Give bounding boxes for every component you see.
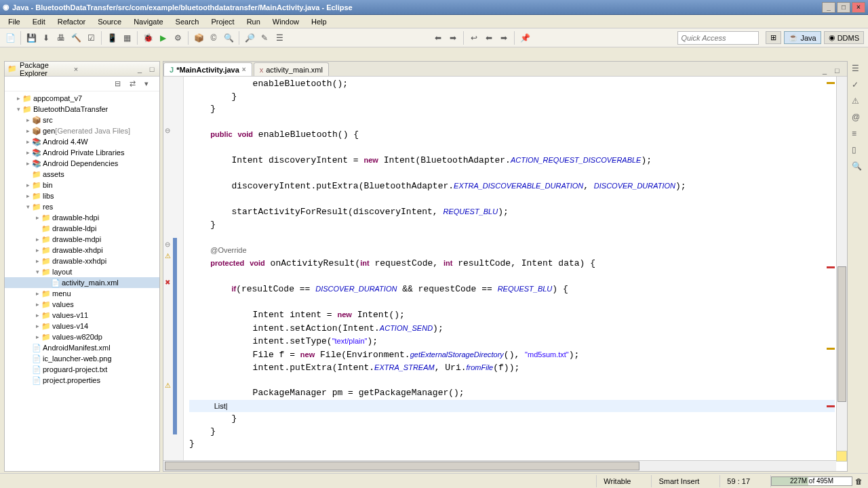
- android-sdk-icon[interactable]: 📱: [106, 32, 118, 44]
- toggle-icon[interactable]: ☑: [85, 32, 97, 44]
- run-icon[interactable]: ▶: [157, 32, 169, 44]
- menu-search[interactable]: Search: [170, 16, 205, 27]
- tree-item[interactable]: 📄proguard-project.txt: [5, 364, 159, 375]
- avd-icon[interactable]: ▦: [121, 32, 133, 44]
- view-close-icon[interactable]: ×: [71, 64, 81, 74]
- menu-file[interactable]: File: [3, 16, 26, 27]
- external-tools-icon[interactable]: ⚙: [172, 32, 184, 44]
- close-button[interactable]: ×: [852, 2, 865, 13]
- tree-item[interactable]: ▾📁res: [5, 201, 159, 212]
- tree-item[interactable]: 📄ic_launcher-web.png: [5, 353, 159, 364]
- java-perspective-button[interactable]: ☕Java: [784, 31, 821, 44]
- expand-icon[interactable]: ▸: [24, 182, 32, 188]
- view-menu-icon[interactable]: ▾: [144, 79, 154, 89]
- new-class-icon[interactable]: ©: [208, 32, 220, 44]
- expand-icon[interactable]: ▸: [24, 160, 32, 167]
- ddms-perspective-button[interactable]: ◉DDMS: [824, 31, 864, 44]
- tree-item[interactable]: ▸📚Android 4.4W: [5, 136, 159, 147]
- tree-item[interactable]: ▸📁values: [5, 299, 159, 310]
- tree-item[interactable]: ▸📦gen [Generated Java Files]: [5, 125, 159, 136]
- forward-icon[interactable]: ➡: [447, 32, 459, 44]
- expand-icon[interactable]: ▸: [33, 290, 41, 297]
- project-tree[interactable]: ▸📁appcompat_v7▾📁BluetoothDataTransfer▸📦s…: [5, 92, 159, 471]
- tree-item[interactable]: ▸📁appcompat_v7: [5, 93, 159, 104]
- expand-icon[interactable]: ▸: [24, 192, 32, 199]
- back-icon[interactable]: ⬅: [432, 32, 444, 44]
- expand-icon[interactable]: ▾: [33, 268, 41, 275]
- gc-icon[interactable]: 🗑: [855, 477, 863, 485]
- declaration-icon[interactable]: ≡: [852, 129, 863, 140]
- link-editor-icon[interactable]: ⇄: [130, 79, 139, 89]
- tree-item[interactable]: ▸📁drawable-xxhdpi: [5, 256, 159, 266]
- expand-icon[interactable]: ▸: [33, 247, 41, 253]
- tree-item[interactable]: ▸📁libs: [5, 190, 159, 201]
- build-icon[interactable]: 🔨: [70, 32, 82, 44]
- last-edit-icon[interactable]: ↩: [468, 32, 480, 44]
- annotation-icon[interactable]: ✎: [258, 32, 271, 44]
- expand-icon[interactable]: ▸: [33, 236, 41, 243]
- outline-icon[interactable]: ☰: [852, 64, 863, 75]
- expand-icon[interactable]: ▸: [24, 127, 32, 134]
- tree-item[interactable]: 📁drawable-ldpi: [5, 223, 159, 234]
- problems-icon[interactable]: ⚠: [852, 96, 863, 107]
- view-minimize-icon[interactable]: _: [135, 64, 144, 74]
- tab-mainactivity[interactable]: J *MainActivity.java ×: [163, 62, 252, 76]
- overview-ruler[interactable]: [827, 77, 835, 460]
- tree-item[interactable]: ▸📁bin: [5, 180, 159, 190]
- expand-icon[interactable]: ▸: [33, 258, 41, 264]
- minimize-button[interactable]: _: [822, 2, 835, 13]
- tree-item[interactable]: ▸📚Android Dependencies: [5, 158, 159, 169]
- menu-run[interactable]: Run: [241, 16, 266, 27]
- fold-icon[interactable]: ⊖: [165, 127, 173, 135]
- nav-back-icon[interactable]: ⬅: [483, 32, 495, 44]
- collapse-all-icon[interactable]: ⊟: [115, 79, 124, 89]
- tree-item[interactable]: 📁assets: [5, 169, 159, 180]
- expand-icon[interactable]: ▸: [14, 95, 22, 102]
- view-maximize-icon[interactable]: □: [147, 64, 157, 74]
- vertical-scroll-thumb[interactable]: [837, 266, 846, 402]
- expand-icon[interactable]: ▸: [33, 301, 41, 308]
- open-perspective-button[interactable]: ⊞: [766, 31, 781, 44]
- code-editor[interactable]: ⊖ ⊖ ⚠ ✖ ⚠ enableBluetooth(); } } public …: [163, 77, 847, 471]
- tree-item[interactable]: ▸📁drawable-hdpi: [5, 212, 159, 223]
- menu-project[interactable]: Project: [205, 16, 239, 27]
- fold-icon[interactable]: ⊖: [165, 241, 173, 249]
- heap-status[interactable]: 227M of 495M: [771, 476, 852, 486]
- editor-maximize-icon[interactable]: □: [835, 66, 844, 76]
- expand-icon[interactable]: ▾: [14, 106, 22, 113]
- save-all-icon[interactable]: ⬇: [40, 32, 52, 44]
- tree-item[interactable]: ▸📁drawable-xhdpi: [5, 245, 159, 256]
- menu-edit[interactable]: Edit: [27, 16, 51, 27]
- tree-item[interactable]: 📄AndroidManifest.xml: [5, 342, 159, 353]
- tree-item[interactable]: ▸📁values-v11: [5, 310, 159, 321]
- tree-item[interactable]: 📄project.properties: [5, 375, 159, 386]
- new-package-icon[interactable]: 📦: [193, 32, 205, 44]
- debug-icon[interactable]: 🐞: [142, 32, 154, 44]
- new-icon[interactable]: 📄: [4, 32, 16, 44]
- expand-icon[interactable]: ▸: [33, 312, 41, 319]
- print-icon[interactable]: 🖶: [55, 32, 67, 44]
- menu-navigate[interactable]: Navigate: [128, 16, 168, 27]
- menu-source[interactable]: Source: [92, 16, 127, 27]
- pin-icon[interactable]: 📌: [519, 32, 531, 44]
- editor-minimize-icon[interactable]: _: [823, 66, 832, 76]
- editor-gutter[interactable]: ⊖ ⊖ ⚠ ✖ ⚠: [163, 77, 184, 460]
- tree-item[interactable]: ▸📁menu: [5, 288, 159, 299]
- maximize-button[interactable]: □: [837, 2, 850, 13]
- expand-icon[interactable]: ▸: [24, 117, 32, 123]
- quick-access-input[interactable]: [677, 31, 759, 45]
- save-icon[interactable]: 💾: [25, 32, 37, 44]
- tree-item[interactable]: ▸📁values-w820dp: [5, 331, 159, 342]
- horizontal-scrollbar[interactable]: [163, 460, 836, 471]
- task-icon[interactable]: ☰: [273, 32, 285, 44]
- tree-item[interactable]: ▾📁BluetoothDataTransfer: [5, 104, 159, 115]
- nav-fwd-icon[interactable]: ➡: [498, 32, 510, 44]
- expand-icon[interactable]: ▾: [24, 203, 32, 210]
- tree-item[interactable]: ▸📁values-v14: [5, 321, 159, 331]
- search-view-icon[interactable]: 🔍: [852, 161, 863, 172]
- tree-item[interactable]: ▸📚Android Private Libraries: [5, 147, 159, 158]
- horizontal-scroll-thumb[interactable]: [165, 462, 639, 470]
- menu-refactor[interactable]: Refactor: [52, 16, 92, 27]
- tab-close-icon[interactable]: ×: [242, 66, 246, 73]
- expand-icon[interactable]: ▸: [24, 149, 32, 156]
